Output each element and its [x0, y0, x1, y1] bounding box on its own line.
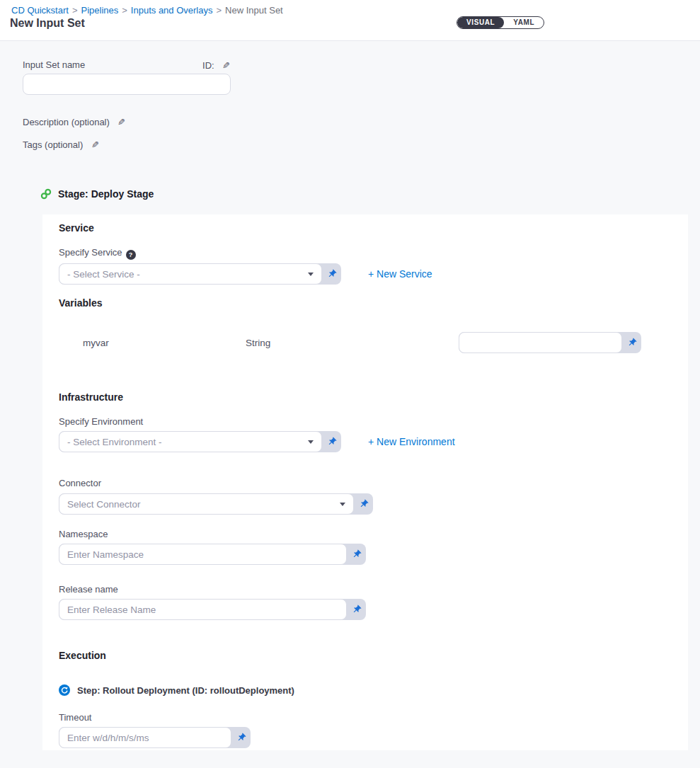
- connector-select[interactable]: Select Connector: [59, 493, 354, 515]
- service-pin-icon[interactable]: [322, 263, 341, 285]
- environment-select-group: - Select Environment -: [59, 431, 341, 452]
- release-name-input-group: [59, 599, 366, 620]
- variable-value-field[interactable]: [459, 332, 622, 353]
- environment-select[interactable]: - Select Environment -: [59, 431, 322, 452]
- release-name-label-row: Release name: [59, 583, 688, 595]
- id-edit-icon[interactable]: ✎: [222, 60, 230, 71]
- variable-type: String: [246, 338, 459, 348]
- step-header: Step: Rollout Deployment (ID: rolloutDep…: [59, 684, 688, 696]
- new-service-link[interactable]: + New Service: [368, 268, 432, 280]
- breadcrumb-separator: >: [72, 5, 78, 16]
- specify-environment-row: Specify Environment: [59, 415, 688, 428]
- id-label: ID:: [202, 60, 214, 71]
- breadcrumb-inputs-and-overlays[interactable]: Inputs and Overlays: [131, 5, 213, 16]
- namespace-field[interactable]: [59, 544, 347, 565]
- infrastructure-section-title: Infrastructure: [59, 391, 688, 403]
- new-environment-link[interactable]: + New Environment: [368, 436, 455, 447]
- chevron-down-icon: [340, 503, 345, 506]
- namespace-input-group: [59, 544, 366, 565]
- service-select-group: - Select Service -: [59, 263, 341, 285]
- help-icon[interactable]: ?: [126, 250, 136, 260]
- connector-label-row: Connector: [59, 476, 688, 489]
- page-title: New Input Set: [10, 17, 85, 30]
- toggle-visual-button[interactable]: VISUAL: [457, 17, 504, 28]
- connector-label: Connector: [59, 478, 101, 488]
- timeout-field[interactable]: [59, 727, 231, 748]
- execution-section-title: Execution: [59, 650, 688, 661]
- input-set-name-field[interactable]: [23, 74, 231, 95]
- environment-select-placeholder: - Select Environment -: [67, 437, 162, 447]
- variable-value-group: [459, 332, 641, 353]
- breadcrumb-separator: >: [216, 5, 222, 16]
- chevron-down-icon: [308, 273, 314, 276]
- specify-service-label: Specify Service: [59, 247, 122, 258]
- step-label: Step: Rollout Deployment (ID: rolloutDep…: [77, 685, 294, 696]
- connector-select-placeholder: Select Connector: [67, 499, 141, 510]
- service-select[interactable]: - Select Service -: [59, 263, 322, 285]
- tags-label: Tags (optional): [23, 139, 83, 150]
- release-name-pin-icon[interactable]: [347, 599, 366, 620]
- stage-link-icon: [40, 188, 52, 200]
- tags-row: Tags (optional) ✎: [23, 138, 99, 151]
- connector-pin-icon[interactable]: [354, 493, 373, 515]
- input-set-name-row: Input Set name ID: ✎: [23, 59, 230, 71]
- breadcrumb: CD Quickstart>Pipelines>Inputs and Overl…: [11, 5, 283, 16]
- service-section-title: Service: [59, 222, 688, 234]
- timeout-label-row: Timeout: [59, 711, 688, 723]
- rollout-step-icon: [59, 684, 70, 696]
- description-edit-icon[interactable]: ✎: [117, 117, 125, 127]
- release-name-label: Release name: [59, 584, 118, 595]
- service-select-placeholder: - Select Service -: [67, 269, 140, 280]
- breadcrumb-current: New Input Set: [225, 5, 283, 16]
- variable-pin-icon[interactable]: [622, 332, 641, 353]
- namespace-label: Namespace: [59, 529, 108, 539]
- breadcrumb-cd-quickstart[interactable]: CD Quickstart: [11, 5, 69, 16]
- chevron-down-icon: [308, 440, 314, 444]
- timeout-pin-icon[interactable]: [231, 727, 251, 748]
- timeout-input-group: [59, 727, 251, 748]
- breadcrumb-separator: >: [122, 5, 127, 16]
- input-set-name-label: Input Set name: [23, 59, 85, 71]
- description-row: Description (optional) ✎: [23, 115, 125, 128]
- namespace-pin-icon[interactable]: [347, 544, 366, 565]
- specify-service-row: Specify Service?: [59, 246, 688, 260]
- breadcrumb-pipelines[interactable]: Pipelines: [81, 5, 119, 16]
- id-row: ID: ✎: [202, 59, 230, 71]
- specify-environment-label: Specify Environment: [59, 416, 143, 427]
- tags-edit-icon[interactable]: ✎: [91, 139, 99, 150]
- toggle-yaml-button[interactable]: YAML: [504, 17, 544, 28]
- stage-header: Stage: Deploy Stage: [40, 188, 154, 200]
- namespace-label-row: Namespace: [59, 527, 688, 540]
- description-label: Description (optional): [23, 117, 110, 127]
- stage-label: Stage: Deploy Stage: [58, 188, 154, 200]
- environment-pin-icon[interactable]: [322, 431, 341, 452]
- connector-select-group: Select Connector: [59, 493, 373, 515]
- variables-section-title: Variables: [59, 297, 688, 309]
- stage-form-card: Service Specify Service? - Select Servic…: [42, 214, 688, 750]
- visual-yaml-toggle: VISUAL YAML: [457, 16, 544, 29]
- variable-row: myvar String: [59, 332, 688, 353]
- release-name-field[interactable]: [59, 599, 347, 620]
- page-header: CD Quickstart>Pipelines>Inputs and Overl…: [0, 0, 700, 41]
- variable-name: myvar: [83, 338, 246, 348]
- timeout-label: Timeout: [59, 712, 91, 723]
